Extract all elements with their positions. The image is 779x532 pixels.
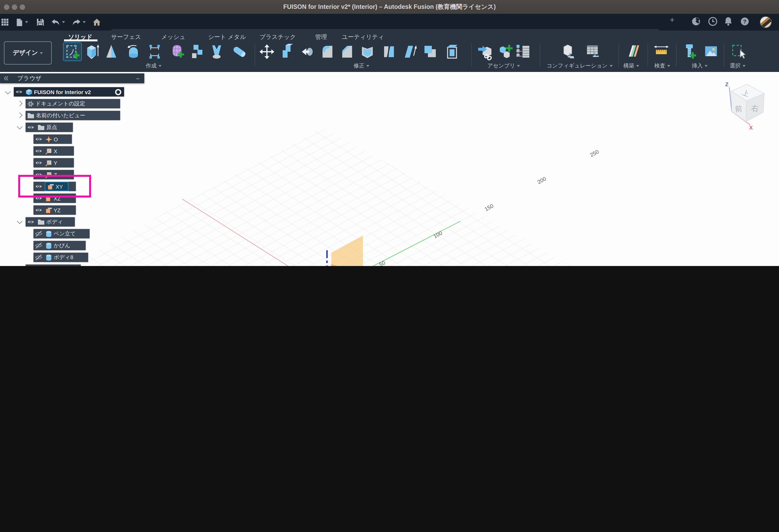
tree-row-label[interactable]: YZ <box>54 207 61 213</box>
tree-row-bodies[interactable]: ボディ <box>25 217 75 227</box>
eye-icon[interactable] <box>27 265 35 266</box>
tree-row-label[interactable]: ボディ8 <box>54 254 73 261</box>
viewcube-right-label[interactable]: 右 <box>751 104 759 113</box>
gear-icon <box>27 100 34 107</box>
eye-icon[interactable] <box>15 88 23 96</box>
collapse-panel-icon[interactable] <box>3 75 9 81</box>
tree-row-label[interactable]: ペン立て <box>54 230 76 237</box>
eye-off-icon[interactable] <box>35 242 42 249</box>
annotation-highlight-box <box>18 175 91 197</box>
tree-row-yz-plane[interactable]: YZ <box>34 205 76 215</box>
viewcube-front-label[interactable]: 前 <box>734 105 742 113</box>
tree-row-body8[interactable]: ボディ8 <box>34 253 88 262</box>
tree-row-named-views[interactable]: 名前の付いたビュー <box>25 111 120 120</box>
ground-grid <box>23 127 622 266</box>
eye-icon[interactable] <box>35 206 42 214</box>
tree-row-sketches[interactable]: スケッチ <box>25 264 81 266</box>
tree-row-root[interactable]: FUISON for Interior v2 <box>14 87 124 97</box>
tree-row-body-penstand[interactable]: ペン立て <box>34 229 89 238</box>
eye-icon[interactable] <box>27 124 35 131</box>
tree-row-label[interactable]: かびん <box>54 242 70 249</box>
tree-row-document-settings[interactable]: ドキュメントの設定 <box>25 99 120 108</box>
tree-row-body-vase[interactable]: かびん <box>34 241 86 250</box>
body-icon <box>45 230 52 237</box>
eye-icon[interactable] <box>35 147 42 155</box>
fusion-window: 上 前 右 Z X 50 100 150 200 250 50 100 150 … <box>0 0 779 266</box>
canvas-viewport[interactable]: 上 前 右 Z X <box>0 0 779 266</box>
body-icon <box>45 254 52 261</box>
plane-icon <box>45 206 52 214</box>
eye-icon[interactable] <box>27 218 35 226</box>
folder-icon <box>27 112 35 119</box>
tree-row-y-axis[interactable]: Y <box>34 158 74 168</box>
view-cube[interactable]: 上 前 右 Z X <box>725 81 764 131</box>
folder-icon <box>38 124 45 130</box>
browser-header[interactable]: ブラウザ – <box>0 73 144 83</box>
tree-row-label[interactable]: FUISON for Interior v2 <box>34 89 91 95</box>
tree-row-label[interactable]: 原点 <box>46 124 57 131</box>
body-icon <box>45 242 52 249</box>
minimize-panel-icon[interactable]: – <box>136 75 139 82</box>
tree-row-label[interactable]: X <box>54 148 57 154</box>
viewcube-x-label: X <box>749 125 753 131</box>
tree-row-x-axis[interactable]: X <box>34 146 74 156</box>
browser-title: ブラウザ <box>17 74 41 82</box>
viewcube-z-label: Z <box>725 81 728 87</box>
component-icon <box>25 88 33 95</box>
axis-icon <box>45 147 52 155</box>
tree-row-label[interactable]: 名前の付いたビュー <box>36 112 85 119</box>
folder-icon <box>38 219 45 225</box>
activate-component-radio[interactable] <box>115 88 122 95</box>
eye-off-icon[interactable] <box>35 254 42 261</box>
tree-row-label[interactable]: スケッチ <box>46 265 68 266</box>
tree-row-label[interactable]: ボディ <box>46 218 63 226</box>
tree-row-label[interactable]: Y <box>54 160 57 166</box>
tree-row-origin[interactable]: 原点 <box>25 123 73 132</box>
eye-icon[interactable] <box>35 159 42 167</box>
origin-point-icon <box>45 136 52 142</box>
tree-row-label[interactable]: ドキュメントの設定 <box>36 100 85 107</box>
eye-icon[interactable] <box>35 135 42 143</box>
tree-row-origin-point[interactable]: O <box>34 134 72 144</box>
tree-row-label[interactable]: O <box>54 136 58 142</box>
axis-icon <box>45 159 52 166</box>
eye-off-icon[interactable] <box>35 230 42 237</box>
